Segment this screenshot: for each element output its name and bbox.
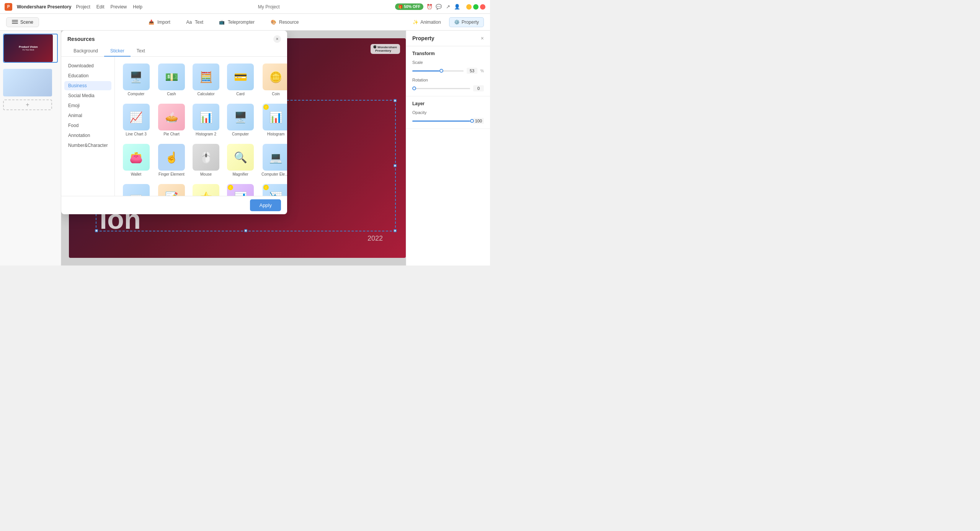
sticker-computer-element[interactable]: 💻 Computer Element <box>259 142 287 179</box>
slide-2[interactable]: 2 <box>3 69 58 96</box>
main-area: 1 Product VisionIt's Your Deck 2 + 🅟 Won… <box>0 31 490 266</box>
dialog-footer: Apply <box>61 196 287 214</box>
import-label: Import <box>157 20 170 25</box>
sticker-star[interactable]: ⭐ Star <box>190 182 222 196</box>
sticker-3d-fan-chart[interactable]: ⭐ 📊 3D Fan Chart <box>225 182 256 196</box>
sticker-pie-chart-label: Pie Chart <box>163 132 180 136</box>
property-panel-close[interactable]: × <box>481 35 484 41</box>
dialog-close-button[interactable]: × <box>273 35 281 43</box>
maximize-button[interactable] <box>473 4 479 10</box>
rotation-thumb[interactable] <box>412 86 416 90</box>
sticker-card-label: Card <box>236 92 245 96</box>
menu-preview[interactable]: Preview <box>111 4 127 10</box>
layer-title: Layer <box>412 101 484 106</box>
minimize-button[interactable] <box>466 4 472 10</box>
resource-button[interactable]: 🎨 Resource <box>266 17 302 28</box>
comment-icon: 💬 <box>436 4 442 10</box>
tab-sticker[interactable]: Sticker <box>104 46 131 57</box>
opacity-value: 100 <box>473 118 484 124</box>
apply-button[interactable]: Apply <box>250 199 281 211</box>
cat-food[interactable]: Food <box>64 121 111 130</box>
sticker-sticky-note[interactable]: 📝 Sticky Note <box>156 182 187 196</box>
teleprompter-button[interactable]: 📺 Teleprompter <box>215 17 258 28</box>
layer-section: Layer Opacity 100 <box>406 96 490 129</box>
sticker-finger[interactable]: ☝️ Finger Element <box>156 142 187 179</box>
project-title: My Project <box>258 4 280 10</box>
import-icon: 📥 <box>148 19 155 26</box>
sticker-cash-label: Cash <box>167 92 176 96</box>
tab-background[interactable]: Background <box>67 46 104 57</box>
sticker-magnifier[interactable]: 🔍 Magnifier <box>225 142 256 179</box>
opacity-slider[interactable] <box>412 121 470 122</box>
sticker-histogram-label: Histogram <box>267 132 285 136</box>
cat-business[interactable]: Business <box>64 81 111 90</box>
scale-thumb[interactable] <box>439 69 443 73</box>
sticker-computer[interactable]: 🖥️ Computer <box>119 61 153 98</box>
rotation-slider-row: 0 <box>412 85 484 91</box>
sticker-cash[interactable]: 💵 Cash <box>156 61 187 98</box>
text-button[interactable]: Aa Text <box>182 17 207 28</box>
sticker-wallet[interactable]: 👛 Wallet <box>119 142 153 179</box>
sticker-wallet-label: Wallet <box>131 172 141 176</box>
sticker-calculator-thumb: 🧮 <box>193 64 219 90</box>
slide-1[interactable]: 1 Product VisionIt's Your Deck <box>3 34 58 63</box>
cat-downloaded[interactable]: Downloaded <box>64 61 111 70</box>
cat-number-char[interactable]: Number&Character <box>64 141 111 150</box>
sticker-sticky-note-thumb: 📝 <box>158 184 185 196</box>
tab-text[interactable]: Text <box>131 46 151 57</box>
premium-icon2: ⭐ <box>228 185 233 190</box>
sticker-mouse[interactable]: 🖱️ Mouse <box>190 142 222 179</box>
sticker-card[interactable]: 💳 Card <box>225 61 256 98</box>
share-icon: ↗ <box>445 4 451 10</box>
resources-overlay: Resources × Background Sticker Text Down… <box>61 31 406 266</box>
scale-slider-row: 53 % <box>412 68 484 74</box>
app-name: Wondershare Presentory <box>17 4 72 10</box>
sticker-mouse-thumb: 🖱️ <box>193 144 219 171</box>
slide-1-preview: Product VisionIt's Your Deck <box>4 34 53 62</box>
sticker-histogram[interactable]: ⭐ 📊 Histogram <box>259 101 287 138</box>
scale-label: Scale <box>412 60 423 65</box>
window-controls <box>466 4 485 10</box>
cat-annotation[interactable]: Annotation <box>64 131 111 140</box>
cat-emoji[interactable]: Emoji <box>64 101 111 110</box>
resource-icon: 🎨 <box>270 19 277 26</box>
promo-badge[interactable]: 🎁 50% OFF <box>395 3 423 10</box>
scale-slider[interactable] <box>412 70 464 72</box>
sticker-line-chart-label: Line Chart 3 <box>126 132 146 136</box>
sticker-computer2[interactable]: 🖥️ Computer <box>225 101 256 138</box>
menu-help[interactable]: Help <box>133 4 142 10</box>
sticker-content: 🖥️ Computer 💵 Cash 🧮 Calculator <box>115 57 287 196</box>
sticker-coin[interactable]: 🪙 Coin <box>259 61 287 98</box>
sticker-pie-chart[interactable]: 🥧 Pie Chart <box>156 101 187 138</box>
dialog-tabs: Background Sticker Text <box>61 43 287 57</box>
sticker-calculator[interactable]: 🧮 Calculator <box>190 61 222 98</box>
menu-project[interactable]: Project <box>76 4 90 10</box>
opacity-slider-row: 100 <box>412 118 484 124</box>
close-button[interactable] <box>480 4 485 10</box>
add-slide-button[interactable]: + <box>3 99 52 110</box>
teleprompter-icon: 📺 <box>219 19 225 26</box>
opacity-thumb[interactable] <box>470 119 474 123</box>
animation-button[interactable]: ✨ Animation <box>408 17 446 27</box>
sticker-calculator-label: Calculator <box>197 92 214 96</box>
dialog-header: Resources × <box>61 31 287 43</box>
sticker-histogram2-thumb: 📊 <box>193 104 219 130</box>
cat-animal[interactable]: Animal <box>64 111 111 120</box>
sticker-finger-thumb: ☝️ <box>158 144 185 171</box>
import-button[interactable]: 📥 Import <box>144 17 174 28</box>
sticker-computer-element-label: Computer Element <box>261 172 287 176</box>
teleprompter-label: Teleprompter <box>228 20 255 25</box>
property-button[interactable]: ⚙️ Property <box>449 17 484 27</box>
scene-button[interactable]: Scene <box>6 17 39 27</box>
rotation-slider[interactable] <box>412 88 470 89</box>
titlebar-icons: ⏰ 💬 ↗ 👤 <box>426 4 460 10</box>
menu-edit[interactable]: Edit <box>96 4 105 10</box>
sticker-histogram2[interactable]: 📊 Histogram 2 <box>190 101 222 138</box>
scale-track <box>412 70 439 72</box>
cat-social-media[interactable]: Social Media <box>64 91 111 100</box>
cat-education[interactable]: Education <box>64 71 111 80</box>
sticker-line-chart[interactable]: 📈 Line Chart 3 <box>119 101 153 138</box>
sticker-chart[interactable]: ⭐ 📉 Chart <box>259 182 287 196</box>
property-icon: ⚙️ <box>454 20 460 25</box>
sticker-keyboard[interactable]: ⌨️ Keyboard Element <box>119 182 153 196</box>
